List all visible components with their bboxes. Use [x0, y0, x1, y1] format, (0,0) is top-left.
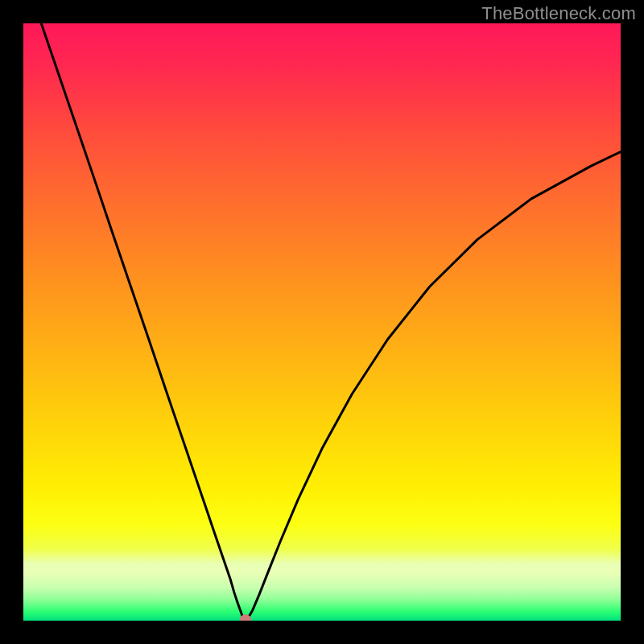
chart-plot-area [23, 23, 621, 621]
gradient-background [23, 23, 621, 621]
chart-svg [23, 23, 621, 621]
watermark-text: TheBottleneck.com [481, 3, 636, 24]
outer-frame: TheBottleneck.com [0, 0, 644, 644]
